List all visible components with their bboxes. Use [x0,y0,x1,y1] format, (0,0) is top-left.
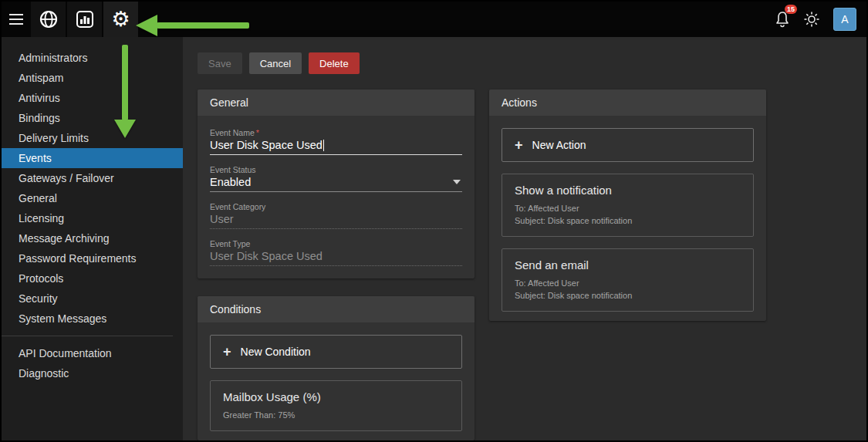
conditions-card: Conditions + New Condition Mailbox Usage… [198,296,475,440]
sidebar-item-protocols[interactable]: Protocols [2,268,183,288]
actions-card-title: Actions [489,89,766,116]
sidebar-item-antivirus[interactable]: Antivirus [2,88,183,108]
condition-title: Mailbox Usage (%) [223,390,449,403]
action-title: Send an email [515,258,741,272]
action-subject-line: Subject: Disk space notification [515,289,741,302]
notification-badge: 15 [785,5,797,14]
settings-sidebar: Administrators Antispam Antivirus Bindin… [2,37,183,440]
sidebar-item-password-requirements[interactable]: Password Requirements [2,248,183,268]
globe-icon [39,9,59,29]
top-bar: ⚙ 15 [2,2,866,37]
condition-item-mailbox-usage[interactable]: Mailbox Usage (%) Greater Than: 75% [210,380,462,431]
action-item-send-email[interactable]: Send an email To: Affected User Subject:… [502,248,754,312]
action-subject-line: Subject: Disk space notification [515,214,741,227]
domains-nav-button[interactable] [31,2,66,37]
sidebar-item-antispam[interactable]: Antispam [2,68,183,88]
new-action-button[interactable]: + New Action [502,128,754,162]
action-to-line: To: Affected User [515,202,741,214]
plus-icon: + [515,138,523,152]
event-category-field: Event Category User [210,202,462,229]
action-title: Show a notification [515,184,741,197]
event-name-field[interactable]: Event Name* User Disk Space Used [210,128,462,155]
event-status-select[interactable]: Enabled [210,176,462,192]
notifications-button[interactable]: 15 [775,11,790,28]
event-category-value: User [210,213,462,229]
conditions-card-title: Conditions [198,296,475,322]
sidebar-item-general[interactable]: General [2,188,183,208]
app-window: ⚙ 15 [0,0,868,442]
event-type-field: Event Type User Disk Space Used [210,239,462,266]
sidebar-divider [2,336,173,336]
left-column: General Event Name* User Disk Space Used… [198,89,475,440]
action-toolbar: Save Cancel Delete [198,52,866,74]
actions-card: Actions + New Action Show a notification… [489,89,766,321]
condition-detail: Greater Than: 75% [223,409,449,421]
event-status-label: Event Status [210,165,462,174]
plus-icon: + [223,345,231,359]
action-to-line: To: Affected User [515,277,741,289]
sidebar-item-delivery-limits[interactable]: Delivery Limits [2,128,183,148]
text-cursor [323,140,324,151]
gear-icon: ⚙ [111,9,130,30]
right-column: Actions + New Action Show a notification… [489,89,766,321]
general-card: General Event Name* User Disk Space Used… [198,89,475,278]
event-type-label: Event Type [210,239,462,248]
sidebar-item-system-messages[interactable]: System Messages [2,309,183,329]
reports-nav-button[interactable] [67,2,102,37]
hamburger-menu-icon[interactable] [2,2,31,37]
sidebar-item-bindings[interactable]: Bindings [2,108,183,128]
avatar[interactable]: A [833,8,856,31]
delete-button[interactable]: Delete [309,52,360,74]
event-type-value: User Disk Space Used [210,250,462,266]
action-item-show-notification[interactable]: Show a notification To: Affected User Su… [502,174,754,237]
sidebar-item-administrators[interactable]: Administrators [2,48,183,68]
event-name-label: Event Name* [210,128,462,137]
required-marker: * [256,128,259,137]
event-status-field[interactable]: Event Status Enabled [210,165,462,192]
settings-nav-button[interactable]: ⚙ [103,2,138,37]
cancel-button[interactable]: Cancel [249,52,302,74]
brightness-toggle[interactable] [803,11,820,28]
sidebar-item-licensing[interactable]: Licensing [2,208,183,228]
bar-chart-icon [76,10,94,29]
save-button[interactable]: Save [198,52,242,74]
sidebar-item-message-archiving[interactable]: Message Archiving [2,228,183,248]
sidebar-item-api-documentation[interactable]: API Documentation [2,343,183,363]
new-condition-button[interactable]: + New Condition [210,335,462,369]
chevron-down-icon [453,180,461,184]
event-category-label: Event Category [210,202,462,211]
topbar-right-group: 15 A [775,2,866,37]
sidebar-item-diagnostic[interactable]: Diagnostic [2,363,183,383]
event-name-input[interactable]: User Disk Space Used [210,139,462,155]
sidebar-item-security[interactable]: Security [2,288,183,309]
main-content: Save Cancel Delete General Event Name* [183,37,866,440]
brightness-icon [803,11,820,28]
general-card-title: General [198,89,475,116]
sidebar-item-gateways-failover[interactable]: Gateways / Failover [2,168,183,188]
sidebar-item-events[interactable]: Events [2,148,183,168]
